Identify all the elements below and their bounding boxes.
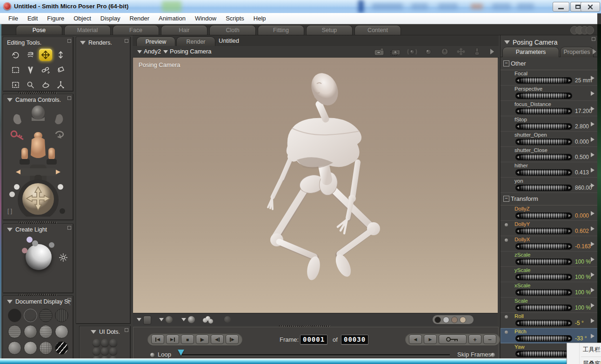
camera-dropdown-icon[interactable]	[163, 50, 168, 53]
light-dot-4[interactable]	[22, 248, 27, 253]
interface-rooms-icon[interactable]	[570, 26, 594, 34]
param-dial[interactable]	[515, 93, 572, 99]
context-menu-item-toolbars[interactable]: 工具栏	[583, 346, 601, 354]
menu-window[interactable]: Window	[190, 13, 221, 24]
param-dial[interactable]	[515, 304, 572, 311]
param-value[interactable]: 0.602	[575, 228, 589, 234]
param-value[interactable]: 100 %	[575, 274, 591, 280]
param-dial[interactable]	[515, 154, 572, 160]
twist-tool[interactable]	[24, 49, 37, 61]
right-hand-camera[interactable]	[55, 114, 63, 124]
close-button[interactable]	[581, 2, 600, 12]
keyframe-dot-icon[interactable]	[505, 238, 508, 242]
fly-dot[interactable]	[9, 192, 15, 197]
display-style-flat-shaded[interactable]	[24, 325, 37, 338]
collapse-triangle-icon[interactable]	[7, 228, 13, 232]
panel-corner-icon[interactable]	[125, 328, 128, 332]
menu-help[interactable]: Help	[249, 13, 271, 24]
panel-corner-icon[interactable]	[67, 226, 71, 230]
toolbar-more-icon[interactable]	[490, 49, 494, 54]
display-color-swatch-3[interactable]	[451, 317, 458, 323]
flyaround-icon[interactable]	[56, 132, 63, 138]
step-forward-button[interactable]: ▶	[226, 335, 239, 344]
collapse-box-icon[interactable]: −	[503, 60, 509, 66]
keyframe-dot-icon[interactable]	[505, 223, 508, 226]
element-style-dropdown-icon[interactable]	[181, 318, 186, 321]
chain-break-tool[interactable]	[39, 64, 52, 76]
shadow-dot[interactable]	[60, 208, 65, 214]
hand-camera-icon[interactable]	[472, 47, 483, 56]
keyframe-dot-icon[interactable]	[505, 331, 508, 334]
param-value[interactable]: 0.500	[575, 154, 589, 160]
grouping-tool[interactable]	[9, 79, 22, 91]
menu-animation[interactable]: Animation	[154, 13, 190, 24]
color-tool[interactable]	[54, 64, 67, 76]
param-options-icon[interactable]	[591, 272, 594, 277]
prev-key-button[interactable]: ◀	[409, 335, 422, 344]
current-frame-field[interactable]: 00001	[300, 335, 327, 344]
display-color-swatch-1[interactable]	[434, 317, 441, 323]
room-tab-cloth[interactable]: Cloth	[209, 25, 256, 35]
menu-file[interactable]: File	[4, 13, 23, 24]
panel-corner-icon[interactable]	[67, 96, 71, 100]
left-hand-camera[interactable]	[13, 114, 21, 124]
last-frame-button[interactable]: ▶	[166, 335, 179, 344]
param-value[interactable]: 0.000	[575, 139, 589, 145]
display-style-texture-shaded[interactable]	[39, 341, 53, 355]
trackball[interactable]	[18, 179, 59, 217]
param-options-icon[interactable]	[591, 183, 594, 188]
scale-tool[interactable]	[9, 64, 22, 76]
param-value[interactable]: 25 mm	[575, 77, 592, 84]
main-camera-icon[interactable]	[374, 47, 385, 56]
collapse-triangle-icon[interactable]	[504, 40, 510, 44]
loop-indicator-dot[interactable]	[150, 353, 154, 357]
timeline-track[interactable]	[182, 354, 450, 356]
room-tab-material[interactable]: Material	[64, 25, 111, 35]
collapse-triangle-icon[interactable]	[91, 330, 96, 334]
menu-edit[interactable]: Edit	[23, 13, 42, 24]
dolly-dot[interactable]	[14, 184, 20, 190]
param-value[interactable]: 0.000	[575, 212, 589, 219]
room-tab-setup[interactable]: Setup	[306, 25, 353, 35]
pane-layout-icon[interactable]	[143, 316, 151, 324]
param-options-icon[interactable]	[591, 303, 594, 308]
param-options-icon[interactable]	[591, 137, 594, 142]
param-options-icon[interactable]	[591, 122, 594, 126]
light-sphere[interactable]	[26, 244, 52, 270]
param-dial[interactable]	[515, 77, 572, 84]
param-options-icon[interactable]	[591, 226, 594, 231]
param-value[interactable]: -0.163	[575, 243, 591, 250]
param-options-icon[interactable]	[591, 106, 594, 111]
collapse-triangle-icon[interactable]	[80, 41, 86, 45]
panel-corner-icon[interactable]	[592, 37, 595, 41]
area-render-camera-icon[interactable]	[390, 47, 401, 56]
multi-sphere-icon[interactable]	[203, 315, 215, 324]
translate-pull-tool[interactable]	[39, 49, 52, 61]
tab-preview[interactable]: Preview	[136, 37, 175, 46]
param-value[interactable]: 100 %	[575, 289, 591, 296]
light-dot-1[interactable]	[27, 237, 33, 243]
create-light-graphic[interactable]	[3, 234, 73, 285]
param-dial[interactable]	[515, 139, 572, 145]
menu-object[interactable]: Object	[69, 13, 96, 24]
ortho-dot[interactable]	[58, 184, 63, 190]
camera-view-dropdown-icon[interactable]	[137, 318, 141, 321]
face-camera[interactable]	[20, 148, 30, 165]
param-value[interactable]: -5 °	[575, 320, 584, 326]
sun-icon[interactable]	[59, 253, 67, 262]
param-options-icon[interactable]	[591, 242, 594, 246]
param-value[interactable]: 100 %	[575, 258, 591, 265]
add-keyframe-button[interactable]: +	[468, 335, 481, 344]
param-value[interactable]: -33 °	[575, 335, 587, 342]
figure-style-sphere-icon[interactable]	[166, 316, 173, 323]
skip-frames-indicator-dot[interactable]	[491, 353, 495, 357]
param-dial[interactable]	[515, 335, 572, 342]
display-color-swatch-4[interactable]	[460, 317, 466, 323]
move-camera-cross-icon[interactable]	[455, 47, 467, 56]
param-value[interactable]: 0.413	[575, 169, 589, 176]
skip-frames-label[interactable]: Skip Frames	[457, 351, 491, 358]
param-options-icon[interactable]	[591, 91, 594, 96]
param-options-icon[interactable]	[591, 76, 594, 80]
display-style-lit-wireframe[interactable]	[8, 325, 21, 338]
param-value[interactable]: 17.200	[575, 108, 592, 114]
